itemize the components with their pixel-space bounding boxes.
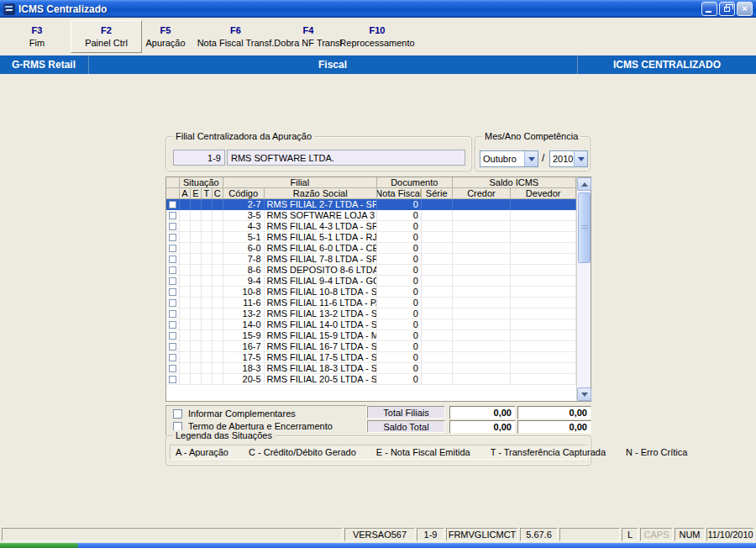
table-row[interactable]: 20-5RMS FILIAL 20-5 LTDA - SP0 xyxy=(166,374,576,385)
row-select-cell[interactable] xyxy=(166,210,180,221)
toolbar-button-f5[interactable]: F5Apuração xyxy=(135,20,196,53)
table-row[interactable]: 6-0RMS FILIAL 6-0 LTDA - CE0 xyxy=(166,243,576,254)
filial-name-field[interactable]: RMS SOFTWARE LTDA. xyxy=(227,150,465,166)
row-checkbox[interactable] xyxy=(169,212,176,219)
table-row[interactable]: 9-4RMS FILIAL 9-4 LTDA - GO0 xyxy=(166,276,576,287)
table-row[interactable]: 13-2RMS FILIAL 13-2 LTDA - SP0 xyxy=(166,308,576,319)
row-select-cell[interactable] xyxy=(166,298,180,308)
totals-devedor-2: 0,00 xyxy=(517,420,591,434)
row-select-cell[interactable] xyxy=(166,276,180,287)
situacao-cell-c xyxy=(213,221,223,232)
toolbar-button-f3[interactable]: F3Fim xyxy=(7,20,67,53)
filial-code-field[interactable]: 1-9 xyxy=(173,150,225,166)
codigo-cell: 11-6 xyxy=(223,298,265,308)
month-dropdown-button[interactable] xyxy=(524,151,538,166)
row-checkbox[interactable] xyxy=(169,376,176,383)
row-checkbox[interactable] xyxy=(169,223,176,230)
restore-button[interactable] xyxy=(719,2,735,16)
toolbar-button-f4[interactable]: F4Dobra NF Transf xyxy=(275,20,342,53)
codigo-cell: 14-0 xyxy=(223,319,265,330)
row-checkbox[interactable] xyxy=(169,354,176,361)
table-row[interactable]: 16-7RMS FILIAL 16-7 LTDA - SP0 xyxy=(166,341,576,352)
row-select-cell[interactable] xyxy=(166,341,180,352)
row-checkbox[interactable] xyxy=(169,201,176,208)
situacao-cell-c xyxy=(213,243,223,254)
header-group-situacao: Situação xyxy=(180,177,223,188)
devedor-cell xyxy=(511,341,576,352)
row-checkbox[interactable] xyxy=(169,321,176,329)
table-row[interactable]: 8-6RMS DEPOSITO 8-6 LTDA - G0 xyxy=(166,265,576,276)
year-dropdown-button[interactable] xyxy=(574,151,587,166)
row-checkbox[interactable] xyxy=(169,234,176,241)
table-row[interactable]: 11-6RMS FILIAL 11-6 LTDA - PA0 xyxy=(166,298,576,308)
table-row[interactable]: 18-3RMS FILIAL 18-3 LTDA - SP0 xyxy=(166,363,576,374)
row-select-cell[interactable] xyxy=(166,374,180,385)
row-select-cell[interactable] xyxy=(166,330,180,341)
row-select-cell[interactable] xyxy=(166,319,180,330)
scroll-up-button[interactable] xyxy=(577,177,591,191)
row-select-cell[interactable] xyxy=(166,265,180,276)
table-row[interactable]: 3-5RMS SOFTWARE LOJA 30 xyxy=(166,210,576,221)
function-key-label: F4 xyxy=(303,25,314,35)
serie-cell xyxy=(422,308,453,319)
start-button[interactable] xyxy=(0,543,78,548)
vertical-scrollbar[interactable] xyxy=(576,177,591,401)
toolbar-button-f2[interactable]: F2Painel Ctrl xyxy=(71,20,142,53)
row-select-cell[interactable] xyxy=(166,254,180,265)
row-select-cell[interactable] xyxy=(166,221,180,232)
windows-taskbar[interactable] xyxy=(0,543,756,548)
row-checkbox[interactable] xyxy=(169,277,176,285)
table-row[interactable]: 4-3RMS FILIAL 4-3 LTDA - SP0 xyxy=(166,221,576,232)
row-checkbox[interactable] xyxy=(169,343,176,350)
close-button[interactable]: × xyxy=(737,2,753,16)
row-checkbox[interactable] xyxy=(169,288,176,296)
month-select[interactable]: Outubro xyxy=(480,150,538,167)
minimize-button[interactable] xyxy=(701,2,717,16)
row-checkbox[interactable] xyxy=(169,299,176,307)
credor-cell xyxy=(453,341,512,352)
nav-module-name: Fiscal xyxy=(89,55,576,74)
table-row[interactable]: 2-7RMS FILIAL 2-7 LTDA - SP0 xyxy=(166,199,576,210)
year-select[interactable]: 2010 xyxy=(549,150,588,167)
row-checkbox[interactable] xyxy=(169,365,176,372)
table-row[interactable]: 15-9RMS FILIAL 15-9 LTDA - MS0 xyxy=(166,330,576,341)
checkbox-0[interactable] xyxy=(173,409,182,419)
row-select-cell[interactable] xyxy=(166,308,180,319)
situacao-cell-c xyxy=(213,254,223,265)
row-checkbox[interactable] xyxy=(169,266,176,274)
checkbox-1[interactable] xyxy=(173,422,182,431)
table-row[interactable]: 17-5RMS FILIAL 17-5 LTDA - SP0 xyxy=(166,352,576,363)
row-checkbox[interactable] xyxy=(169,332,176,340)
row-select-cell[interactable] xyxy=(166,243,180,254)
devedor-cell xyxy=(511,221,576,232)
situacao-cell-c xyxy=(213,363,223,374)
row-select-cell[interactable] xyxy=(166,232,180,243)
scrollbar-thumb[interactable] xyxy=(578,192,591,263)
totals-label-1: Total Filiais xyxy=(367,406,445,419)
serie-cell xyxy=(422,298,453,308)
situacao-cell-c xyxy=(213,341,223,352)
row-select-cell[interactable] xyxy=(166,199,180,210)
table-row[interactable]: 10-8RMS FILIAL 10-8 LTDA - SP0 xyxy=(166,287,576,298)
row-select-cell[interactable] xyxy=(166,352,180,363)
row-select-cell[interactable] xyxy=(166,287,180,298)
row-checkbox[interactable] xyxy=(169,245,176,252)
credor-cell xyxy=(453,319,512,330)
table-row[interactable]: 14-0RMS FILIAL 14-0 LTDA - SP0 xyxy=(166,319,576,330)
header-group-saldo: Saldo ICMS xyxy=(453,177,576,188)
row-select-cell[interactable] xyxy=(166,363,180,374)
row-checkbox[interactable] xyxy=(169,256,176,263)
scroll-down-button[interactable] xyxy=(577,387,591,401)
function-key-label: F6 xyxy=(230,25,241,35)
razao-social-cell: RMS FILIAL 9-4 LTDA - GO xyxy=(265,276,377,287)
toolbar-button-f10[interactable]: F10Reprocessamento xyxy=(340,20,414,53)
situacao-cell-e xyxy=(191,276,202,287)
toolbar-button-f6[interactable]: F6Nota Fiscal Transf. xyxy=(197,20,275,53)
codigo-cell: 15-9 xyxy=(223,330,265,341)
situacao-cell-e xyxy=(191,363,202,374)
row-checkbox[interactable] xyxy=(169,310,176,318)
table-row[interactable]: 7-8RMS FILIAL 7-8 LTDA - SP0 xyxy=(166,254,576,265)
nota-fiscal-cell: 0 xyxy=(377,319,422,330)
table-row[interactable]: 5-1RMS FILIAL 5-1 LTDA - RJ0 xyxy=(166,232,576,243)
razao-social-cell: RMS FILIAL 16-7 LTDA - SP xyxy=(265,341,377,352)
